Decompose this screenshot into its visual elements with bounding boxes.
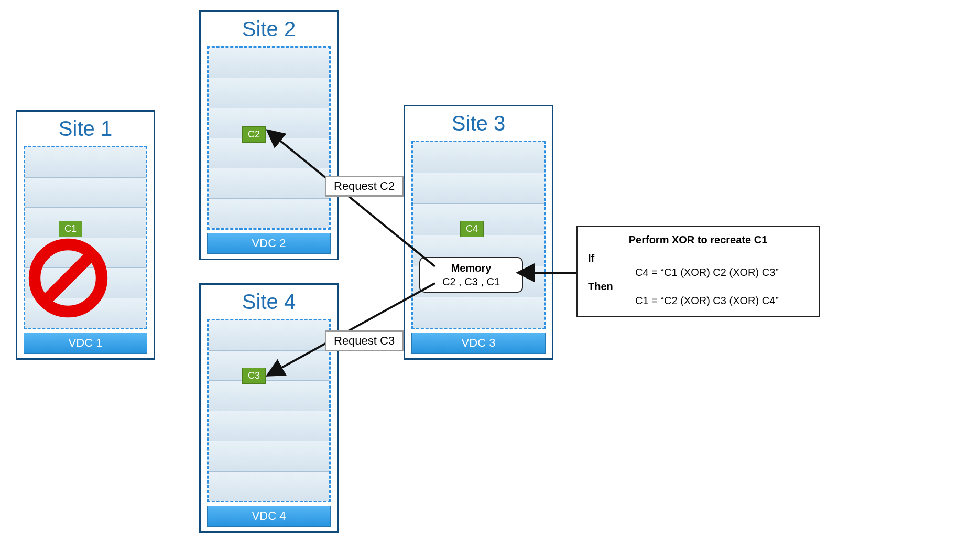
chunk-c2-chip: C2 — [242, 126, 266, 143]
site-2-box: Site 2 C2 VDC 2 — [199, 10, 339, 260]
site-2-title: Site 2 — [201, 12, 337, 43]
chunk-c3-chip: C3 — [242, 368, 266, 384]
xor-explanation-box: Perform XOR to recreate C1 If C4 = “C1 (… — [576, 226, 820, 317]
site-4-title: Site 4 — [201, 285, 337, 316]
xor-if-body: C4 = “C1 (XOR) C2 (XOR) C3” — [635, 266, 779, 278]
memory-contents: C2 , C3 , C1 — [427, 275, 516, 288]
xor-then-body: C1 = “C2 (XOR) C3 (XOR) C4” — [635, 295, 779, 306]
request-c2-label: Request C2 — [325, 176, 404, 197]
diagram-canvas: Site 1 C1 VDC 1 Site 2 C2 VDC 2 Site 4 — [0, 0, 980, 557]
site-4-vdc-label: VDC 4 — [207, 506, 331, 527]
memory-box: Memory C2 , C3 , C1 — [419, 257, 523, 293]
xor-then-keyword: Then — [588, 281, 619, 293]
site-3-storage: C4 — [411, 141, 546, 329]
no-entry-icon — [26, 236, 110, 322]
svg-line-1 — [45, 254, 92, 302]
site-4-storage: C3 — [207, 319, 331, 502]
xor-if-keyword: If — [588, 252, 619, 264]
site-1-vdc-label: VDC 1 — [24, 333, 147, 354]
request-c3-label: Request C3 — [325, 330, 404, 351]
site-3-title: Site 3 — [405, 106, 552, 137]
site-3-box: Site 3 C4 VDC 3 — [404, 105, 553, 360]
site-3-vdc-label: VDC 3 — [411, 333, 546, 354]
site-2-storage: C2 — [207, 46, 331, 230]
memory-title: Memory — [427, 261, 516, 275]
site-1-box: Site 1 C1 VDC 1 — [16, 110, 155, 360]
xor-title: Perform XOR to recreate C1 — [588, 234, 808, 246]
site-2-vdc-label: VDC 2 — [207, 233, 331, 254]
chunk-c1-chip: C1 — [59, 221, 82, 237]
site-1-title: Site 1 — [17, 112, 154, 143]
chunk-c4-chip: C4 — [460, 221, 484, 237]
site-4-box: Site 4 C3 VDC 4 — [199, 283, 339, 533]
